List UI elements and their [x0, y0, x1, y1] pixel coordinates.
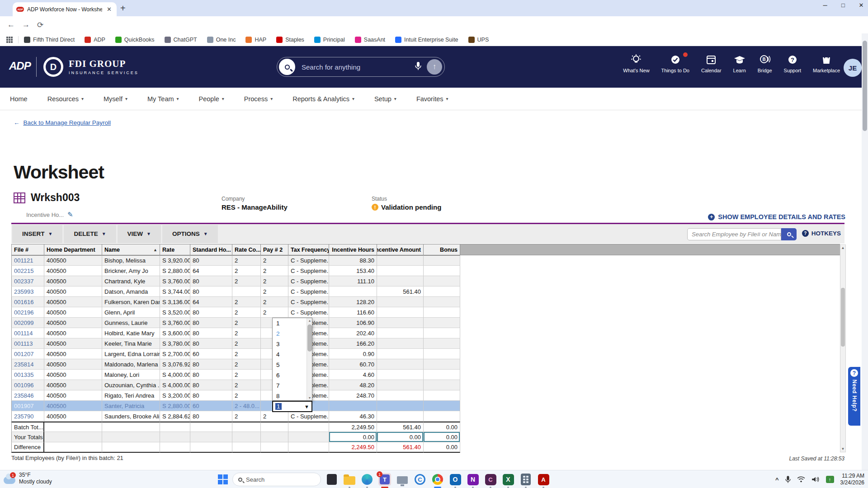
file-explorer-icon[interactable] [343, 473, 356, 486]
cell-tax-frequency[interactable]: C - Suppleme... [288, 297, 329, 307]
cell-incentive-amount[interactable] [377, 380, 424, 390]
cell-incentive-amount[interactable] [377, 411, 424, 422]
cell-incentive-hours[interactable]: 111.10 [329, 276, 377, 286]
cell-home-department[interactable]: 400500 [44, 286, 102, 297]
column-header-tax-frequency[interactable]: Tax Frequency [288, 244, 329, 255]
nav-item-people[interactable]: People▾ [199, 95, 224, 103]
column-header-rate[interactable]: Rate [160, 244, 190, 255]
scrollbar-thumb[interactable] [307, 324, 312, 352]
cell-rate[interactable]: S 3,520.00 [160, 307, 190, 318]
pay-number-combobox[interactable]: 1 ▼ [272, 401, 312, 412]
cell-rate-code[interactable]: 2 [232, 276, 261, 286]
cell-name[interactable]: Keeler, Tina Marie [102, 338, 160, 349]
cell-pay-number[interactable]: 2 [261, 297, 288, 307]
cell-home-department[interactable]: 400500 [44, 318, 102, 328]
nav-item-reports-analytics[interactable]: Reports & Analytics▾ [292, 95, 354, 103]
cell-home-department[interactable]: 400500 [44, 328, 102, 338]
cell-file-number[interactable]: 001096 [11, 380, 44, 390]
cell-incentive-hours[interactable] [329, 286, 377, 297]
cell-standard-hours[interactable]: 80 [190, 255, 232, 266]
cell-rate-code[interactable]: 2 [232, 411, 261, 422]
microphone-icon[interactable] [785, 475, 791, 483]
header-item-support[interactable]: ?Support [784, 52, 802, 73]
cell-bonus[interactable] [424, 297, 460, 307]
scroll-up-icon[interactable]: ▲ [307, 319, 312, 322]
cell-file-number[interactable]: 002215 [11, 266, 44, 276]
user-avatar[interactable]: JE [844, 59, 862, 77]
nav-item-home[interactable]: Home [10, 95, 28, 103]
cell-rate[interactable]: S 2,884.62 [160, 411, 190, 422]
browser-tab[interactable]: ADP ADP Workforce Now - Workshe... ✕ [13, 2, 117, 16]
cell-incentive-amount[interactable] [377, 255, 424, 266]
apps-grid-icon[interactable] [6, 37, 13, 43]
cell-incentive-hours[interactable]: 106.90 [329, 318, 377, 328]
cell-rate[interactable]: S 3,136.00 [160, 297, 190, 307]
cell-name[interactable]: Saunders, Brooke Ali... [102, 411, 160, 422]
cell-bonus[interactable] [424, 328, 460, 338]
cell-incentive-amount[interactable] [377, 307, 424, 318]
column-header-bonus[interactable]: Bonus [424, 244, 460, 255]
cell-home-department[interactable]: 400500 [44, 338, 102, 349]
global-search-bar[interactable]: Search for anything ↑ [277, 57, 445, 77]
bookmark-item[interactable]: SaasAnt [355, 37, 385, 43]
cell-bonus[interactable] [424, 390, 460, 401]
cell-rate[interactable]: S 3,200.00 [160, 390, 190, 401]
cell-file-number[interactable]: 235814 [11, 359, 44, 370]
cell-name[interactable]: Datson, Amanda [102, 286, 160, 297]
dropdown-option[interactable]: 4 [273, 349, 307, 360]
cell-pay-number[interactable]: 2 [261, 276, 288, 286]
dropdown-option[interactable]: 6 [273, 370, 307, 380]
new-tab-button[interactable]: + [120, 4, 126, 13]
cell-name[interactable]: Largent, Edna Lorraine [102, 349, 160, 359]
cell-incentive-amount[interactable] [377, 401, 424, 411]
cell-home-department[interactable]: 400500 [44, 390, 102, 401]
cell-incentive-hours[interactable]: 128.20 [329, 297, 377, 307]
cell-file-number[interactable]: 001616 [11, 297, 44, 307]
cell-name[interactable]: Glenn, April [102, 307, 160, 318]
hotkeys-button[interactable]: ? HOTKEYS [802, 230, 841, 237]
cell-home-department[interactable]: 400500 [44, 359, 102, 370]
dropdown-option[interactable]: 7 [273, 380, 307, 391]
cell-rate[interactable]: S 3,744.00 [160, 286, 190, 297]
cell-rate-code[interactable]: 2 - 48.0... [232, 401, 261, 411]
cell-incentive-hours[interactable]: 88.30 [329, 255, 377, 266]
cell-rate-code[interactable] [232, 286, 261, 297]
acrobat-icon[interactable]: A [537, 473, 550, 486]
cell-name[interactable]: Brickner, Amy Jo [102, 266, 160, 276]
window-maximize-button[interactable]: □ [840, 2, 846, 9]
cell-rate-code[interactable]: 2 [232, 390, 261, 401]
cell-standard-hours[interactable]: 80 [190, 328, 232, 338]
column-header-home-department[interactable]: Home Department [44, 244, 102, 255]
header-item-bridge[interactable]: BBridge [758, 52, 772, 73]
cell-file-number[interactable]: 002196 [11, 307, 44, 318]
grid-vertical-scrollbar[interactable]: ▲ ▼ [840, 244, 846, 452]
cell-rate[interactable]: S 3,920.00 [160, 255, 190, 266]
cell-incentive-amount[interactable] [377, 338, 424, 349]
bookmark-item[interactable]: Fifth Third Direct [24, 37, 75, 43]
dropdown-option[interactable]: 1 [273, 318, 307, 328]
battery-icon[interactable]: ↑ [826, 476, 834, 483]
cell-rate-code[interactable]: 2 [232, 307, 261, 318]
cell-file-number[interactable]: 001907 [11, 401, 44, 411]
cell-tax-frequency[interactable]: C - Suppleme... [288, 255, 329, 266]
cell-home-department[interactable]: 400500 [44, 255, 102, 266]
microphone-icon[interactable] [415, 61, 421, 72]
header-item-things-to-do[interactable]: Things to Do [661, 52, 689, 73]
back-to-manage-payroll-link[interactable]: ←Back to Manage Regular Payroll [14, 119, 111, 126]
window-close-button[interactable]: ✕ [858, 2, 864, 9]
tray-chevron-up-icon[interactable]: ^ [775, 476, 779, 483]
cell-bonus[interactable] [424, 380, 460, 390]
cell-tax-frequency[interactable]: C - Suppleme... [288, 276, 329, 286]
cell-rate[interactable]: S 4,000.00 [160, 380, 190, 390]
header-item-learn[interactable]: Learn [733, 52, 746, 73]
cell-incentive-amount[interactable]: 561.40 [377, 286, 424, 297]
cell-name[interactable]: Gunness, Laurie [102, 318, 160, 328]
page-scrollbar[interactable] [862, 33, 868, 470]
cell-rate[interactable]: S 2,880.00 [160, 266, 190, 276]
options-button[interactable]: OPTIONS▼ [162, 225, 218, 243]
edge-icon[interactable] [361, 473, 373, 486]
cell-incentive-amount[interactable] [377, 328, 424, 338]
cell-tax-frequency[interactable]: C - Suppleme... [288, 307, 329, 318]
cell-incentive-hours[interactable]: 166.20 [329, 338, 377, 349]
bookmark-item[interactable]: HAP [245, 37, 266, 43]
